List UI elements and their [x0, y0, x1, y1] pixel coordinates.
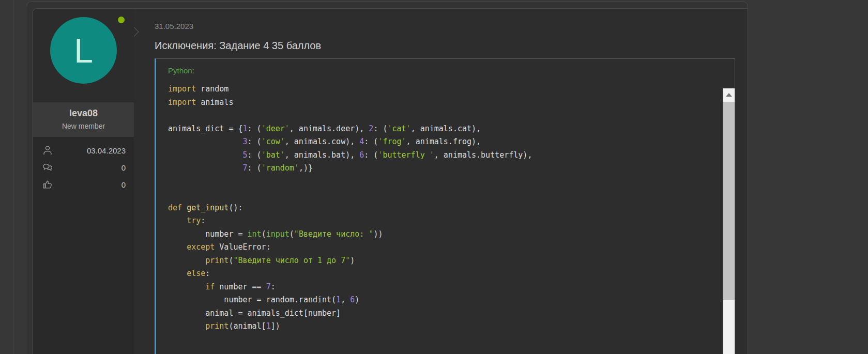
code-scrollbar[interactable] — [723, 88, 735, 354]
messages-icon — [41, 161, 54, 174]
avatar-letter: L — [74, 34, 93, 68]
user-name-panel: leva08 New member — [33, 102, 134, 137]
likes-count: 0 — [121, 180, 126, 189]
page-edge-divider — [13, 0, 13, 354]
code-block: Python: import randomimport animals anim… — [155, 58, 735, 354]
post-content-area: 31.05.2023 Исключения: Задание 4 35 балл… — [134, 9, 748, 354]
stat-row-likes: 0 — [41, 178, 126, 191]
user-icon — [41, 144, 54, 157]
stat-row-messages: 0 — [41, 161, 126, 174]
forum-post: L leva08 New member 03.04.2023 — [33, 8, 748, 354]
post-date: 31.05.2023 — [155, 22, 735, 30]
joined-date: 03.04.2023 — [87, 146, 126, 155]
messages-count: 0 — [121, 163, 126, 172]
code-language-label: Python: — [156, 59, 735, 80]
post-user-sidebar: L leva08 New member 03.04.2023 — [33, 9, 134, 354]
user-avatar[interactable]: L — [50, 17, 117, 84]
post-title: Исключения: Задание 4 35 баллов — [155, 40, 735, 52]
scrollbar-thumb[interactable] — [723, 102, 735, 300]
avatar-panel: L — [33, 9, 134, 102]
scroll-up-icon — [726, 93, 732, 97]
thread-container: L leva08 New member 03.04.2023 — [26, 2, 748, 354]
username-link[interactable]: leva08 — [36, 108, 131, 119]
code-content[interactable]: import randomimport animals animals_dict… — [156, 80, 735, 354]
online-status-dot — [118, 17, 125, 23]
likes-icon — [41, 178, 54, 191]
user-role-label: New member — [36, 122, 131, 130]
user-stats: 03.04.2023 0 0 — [33, 137, 134, 354]
stat-row-joined: 03.04.2023 — [41, 144, 126, 157]
scrollbar-up-button[interactable] — [723, 88, 735, 101]
forum-page: { "post": { "date": "31.05.2023", "title… — [0, 0, 868, 354]
